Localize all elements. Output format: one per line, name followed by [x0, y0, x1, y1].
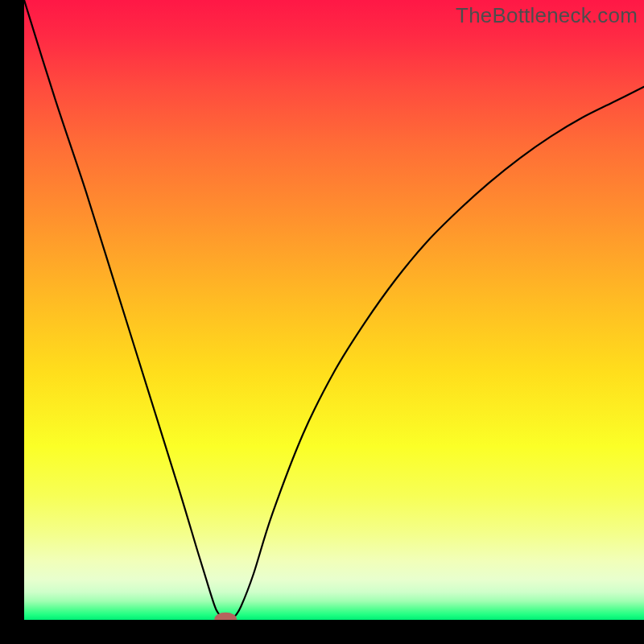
chart-frame — [24, 0, 644, 620]
watermark-text: TheBottleneck.com — [456, 3, 638, 28]
gradient-background — [24, 0, 644, 620]
plot-svg — [24, 0, 644, 620]
